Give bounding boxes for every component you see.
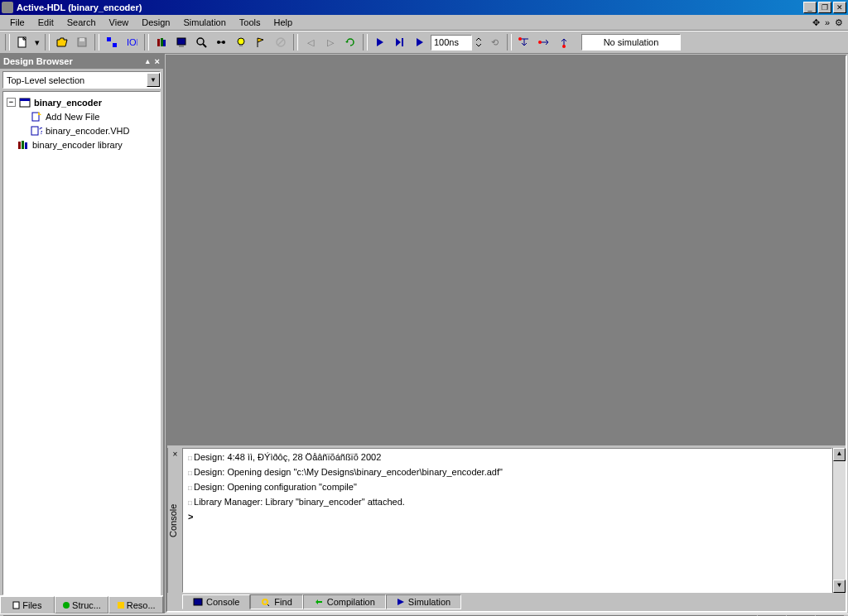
svg-point-37 xyxy=(263,599,267,604)
svg-line-19 xyxy=(278,40,283,45)
dropdown-arrow-icon[interactable]: ▼ xyxy=(147,73,160,87)
simulation-status: No simulation xyxy=(581,34,681,51)
console-output[interactable]: Design: 4:48 ìì, ÐÝìðôç, 28 Öåâñïõáñßïõ … xyxy=(182,448,832,593)
trace-over-icon[interactable] xyxy=(535,33,553,51)
time-input[interactable] xyxy=(431,35,472,51)
svg-rect-17 xyxy=(239,45,243,46)
console-prompt[interactable]: > xyxy=(188,510,826,523)
refresh-icon[interactable] xyxy=(341,33,359,51)
panel-grip-icon[interactable]: ▴ xyxy=(146,57,152,65)
svg-point-23 xyxy=(538,41,542,44)
tab-find[interactable]: Find xyxy=(250,594,302,609)
run-all-button[interactable] xyxy=(411,33,429,51)
console-line: Design: Opening configuration "compile" xyxy=(188,480,826,495)
svg-rect-2 xyxy=(80,38,84,41)
library-icon xyxy=(17,139,30,151)
svg-rect-9 xyxy=(177,38,186,45)
next-icon[interactable]: ▷ xyxy=(321,33,340,51)
bulb-icon[interactable] xyxy=(232,33,250,51)
open-button[interactable] xyxy=(53,33,71,51)
tab-simulation[interactable]: Simulation xyxy=(386,594,461,609)
trace-out-icon[interactable] xyxy=(555,33,573,51)
svg-rect-6 xyxy=(157,39,160,46)
tab-files[interactable]: Files xyxy=(0,596,55,614)
console-line: Design: 4:48 ìì, ÐÝìðôç, 28 Öåâñïõáñßïõ … xyxy=(188,450,826,465)
time-spinner-icon[interactable] xyxy=(474,33,484,51)
panel-close-icon[interactable]: × xyxy=(155,56,160,66)
tab-compilation[interactable]: Compilation xyxy=(303,594,386,609)
scroll-up-icon[interactable]: ▲ xyxy=(833,448,846,461)
svg-rect-3 xyxy=(107,37,111,41)
menu-simulation[interactable]: Simulation xyxy=(176,16,232,29)
sidebar-title: Design Browser ▴ × xyxy=(0,54,163,69)
svg-point-11 xyxy=(197,38,204,45)
collapse-icon[interactable]: − xyxy=(7,98,16,107)
menu-file[interactable]: File xyxy=(3,16,31,29)
tree-file-vhd[interactable]: ? binary_encoder.VHD xyxy=(7,123,157,137)
tree-library[interactable]: binary_encoder library xyxy=(7,137,157,152)
svg-rect-31 xyxy=(22,141,24,149)
svg-rect-30 xyxy=(18,142,21,149)
svg-line-38 xyxy=(267,604,270,606)
tree-root[interactable]: − binary_encoder xyxy=(7,95,157,109)
library-button[interactable] xyxy=(152,33,171,51)
svg-rect-7 xyxy=(161,38,163,46)
window-title: Active-HDL (binary_encoder) xyxy=(17,2,803,12)
console-tabs: Console Find Compilation Simulation xyxy=(167,593,846,611)
flag-icon[interactable] xyxy=(252,33,270,51)
design-browser-panel: Design Browser ▴ × Top-Level selection ▼… xyxy=(0,54,165,614)
svg-rect-26 xyxy=(20,99,30,101)
new-file-button[interactable] xyxy=(13,33,31,51)
menu-edit[interactable]: Edit xyxy=(31,16,60,29)
console-close-icon[interactable]: × xyxy=(171,450,180,459)
run-button[interactable] xyxy=(371,33,389,51)
svg-rect-32 xyxy=(25,142,27,149)
tree-add-new[interactable]: Add New File xyxy=(7,109,157,123)
blue-tool-1-icon[interactable] xyxy=(103,33,121,51)
menu-design[interactable]: Design xyxy=(135,16,176,29)
maximize-button[interactable]: ❐ xyxy=(818,2,831,13)
close-button[interactable]: ✕ xyxy=(833,2,846,13)
menu-help[interactable]: Help xyxy=(267,16,300,29)
tab-resources[interactable]: Reso... xyxy=(108,596,163,614)
gear-icon[interactable]: ⚙ xyxy=(833,17,845,28)
svg-rect-36 xyxy=(194,599,202,605)
console-label: Console × xyxy=(167,448,182,593)
svg-point-34 xyxy=(63,602,70,609)
menu-view[interactable]: View xyxy=(103,16,136,29)
svg-point-24 xyxy=(562,45,566,48)
monitor-icon[interactable] xyxy=(172,33,190,51)
scroll-down-icon[interactable]: ▼ xyxy=(833,580,846,593)
menubar: File Edit Search View Design Simulation … xyxy=(0,15,848,31)
console-panel: Console × Design: 4:48 ìì, ÐÝìðôç, 28 Öå… xyxy=(167,445,846,611)
connect-icon[interactable] xyxy=(212,33,230,51)
top-level-dropdown[interactable]: Top-Level selection ▼ xyxy=(2,71,161,89)
trace-into-icon[interactable] xyxy=(515,33,533,51)
save-button[interactable] xyxy=(73,33,91,51)
vhd-file-icon: ? xyxy=(30,125,43,137)
minimize-button[interactable]: _ xyxy=(803,2,817,13)
toolbar: ▾ IOI ◁ ▷ ⟲ No simulation xyxy=(0,31,848,54)
svg-rect-8 xyxy=(163,40,166,46)
restart-icon[interactable]: ⟲ xyxy=(485,33,504,51)
design-tree[interactable]: − binary_encoder Add New File ? binary_e… xyxy=(2,91,161,595)
run-to-end-button[interactable] xyxy=(391,33,409,51)
move-icon[interactable]: ✥ xyxy=(811,17,822,28)
sidebar-tabs: Files Struc... Reso... xyxy=(0,595,163,614)
tab-console[interactable]: Console xyxy=(182,594,250,609)
menu-search[interactable]: Search xyxy=(60,16,103,29)
menu-tools[interactable]: Tools xyxy=(233,16,267,29)
console-scrollbar[interactable]: ▲ ▼ xyxy=(832,448,846,593)
more-icon[interactable]: » xyxy=(823,17,831,28)
svg-rect-4 xyxy=(113,43,117,47)
tab-structure[interactable]: Struc... xyxy=(55,596,109,614)
new-dropdown-icon[interactable]: ▾ xyxy=(33,33,41,51)
svg-rect-28 xyxy=(31,127,38,135)
stop-icon[interactable] xyxy=(272,33,290,51)
console-line: Design: Opening design "c:\My Designs\bi… xyxy=(188,465,826,480)
svg-point-22 xyxy=(518,37,522,41)
blue-tool-2-icon[interactable]: IOI xyxy=(123,33,141,51)
zoom-icon[interactable] xyxy=(192,33,210,51)
prev-icon[interactable]: ◁ xyxy=(301,33,320,51)
app-icon xyxy=(2,2,13,13)
